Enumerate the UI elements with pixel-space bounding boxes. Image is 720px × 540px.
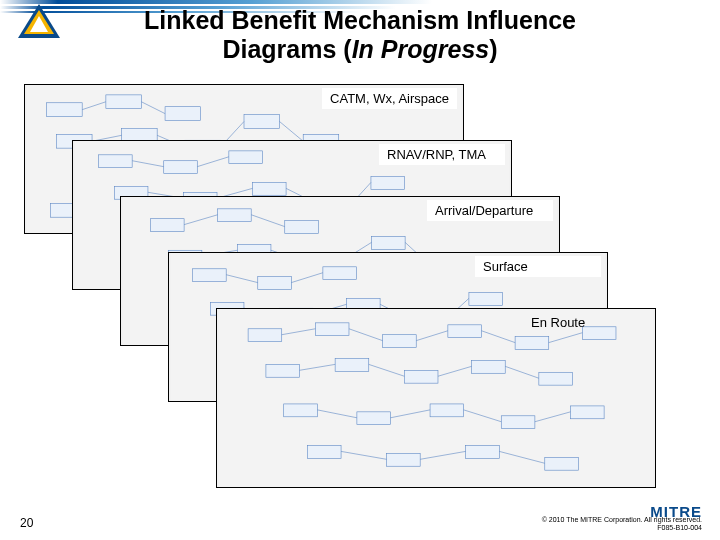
diagram-panel: En Route xyxy=(216,308,656,488)
svg-rect-92 xyxy=(266,364,300,377)
panel-label: En Route xyxy=(523,312,649,333)
svg-rect-97 xyxy=(284,404,318,417)
svg-rect-4 xyxy=(47,103,83,117)
svg-rect-102 xyxy=(307,445,341,458)
svg-rect-104 xyxy=(466,445,500,458)
panel-label: RNAV/RNP, TMA xyxy=(379,144,505,165)
svg-rect-101 xyxy=(570,406,604,419)
svg-rect-90 xyxy=(515,337,549,350)
svg-rect-67 xyxy=(258,277,292,290)
svg-rect-66 xyxy=(193,269,227,282)
panel-label: Arrival/Departure xyxy=(427,200,553,221)
svg-rect-89 xyxy=(448,325,482,338)
copyright: © 2010 The MITRE Corporation. All rights… xyxy=(542,516,702,532)
svg-rect-94 xyxy=(404,370,438,383)
svg-rect-10 xyxy=(244,115,280,129)
svg-rect-98 xyxy=(357,412,391,425)
svg-rect-86 xyxy=(248,329,282,342)
svg-rect-5 xyxy=(106,95,142,109)
svg-rect-93 xyxy=(335,358,369,371)
svg-rect-47 xyxy=(218,209,252,222)
copyright-line1: © 2010 The MITRE Corporation. All rights… xyxy=(542,516,702,523)
page-number: 20 xyxy=(20,516,33,530)
title-line2-a: Diagrams ( xyxy=(222,35,351,63)
accent-line xyxy=(0,0,720,4)
svg-rect-87 xyxy=(315,323,349,336)
svg-rect-68 xyxy=(323,267,357,280)
svg-rect-73 xyxy=(469,292,503,305)
copyright-line2: F085-B10-004 xyxy=(657,524,702,531)
svg-rect-46 xyxy=(151,219,185,232)
svg-rect-103 xyxy=(387,453,421,466)
diagram-stack: CATM, Wx, Airspace xyxy=(24,84,696,488)
title-line2-italic: In Progress xyxy=(352,35,490,63)
svg-rect-48 xyxy=(285,221,319,234)
svg-rect-26 xyxy=(99,155,133,168)
svg-rect-28 xyxy=(229,151,263,164)
svg-rect-31 xyxy=(253,182,287,195)
title-line2-b: ) xyxy=(489,35,497,63)
slide: Linked Benefit Mechanism Influence Diagr… xyxy=(0,0,720,540)
title-line1: Linked Benefit Mechanism Influence xyxy=(144,6,576,34)
svg-rect-88 xyxy=(383,335,417,348)
svg-rect-52 xyxy=(372,236,406,249)
svg-rect-27 xyxy=(164,161,198,174)
svg-rect-96 xyxy=(539,372,573,385)
page-title: Linked Benefit Mechanism Influence Diagr… xyxy=(0,6,720,64)
svg-rect-100 xyxy=(501,416,535,429)
svg-rect-95 xyxy=(472,360,506,373)
panel-label: Surface xyxy=(475,256,601,277)
panel-label: CATM, Wx, Airspace xyxy=(322,88,457,109)
svg-rect-99 xyxy=(430,404,464,417)
svg-rect-105 xyxy=(545,457,579,470)
diagram-thumbnail xyxy=(217,309,655,487)
svg-rect-33 xyxy=(371,177,405,190)
svg-rect-6 xyxy=(165,107,201,121)
